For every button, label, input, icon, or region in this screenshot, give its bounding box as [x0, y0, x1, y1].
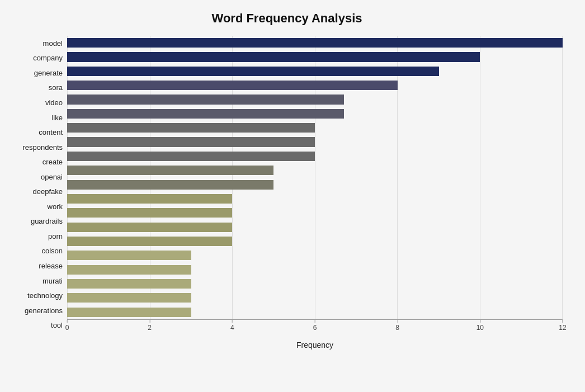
bar-row: [67, 206, 563, 220]
x-tick: 0: [65, 320, 69, 332]
bar: [67, 137, 315, 147]
y-label: video: [45, 99, 63, 106]
bar: [67, 67, 439, 76]
bar: [67, 109, 344, 119]
y-label: respondents: [22, 144, 63, 151]
y-label: technology: [27, 292, 63, 299]
y-label: release: [39, 262, 63, 270]
x-tick-label: 2: [148, 324, 152, 332]
bar-row: [67, 248, 563, 262]
bar-row: [67, 192, 563, 206]
bar-row: [67, 234, 563, 248]
x-axis: 024681012: [67, 319, 563, 336]
bar-row: [67, 50, 563, 64]
bar-row: [67, 64, 563, 78]
x-tick-label: 10: [477, 324, 484, 332]
x-tick: 12: [559, 320, 566, 332]
bar-row: [67, 177, 563, 191]
bar: [67, 38, 563, 48]
bar: [67, 265, 191, 275]
y-label: generations: [25, 307, 63, 314]
x-tick-line: [149, 320, 150, 323]
y-label: company: [33, 54, 63, 62]
y-axis-labels: modelcompanygeneratesoravideolikecontent…: [11, 36, 67, 350]
bar-row: [67, 277, 563, 291]
y-label: model: [43, 40, 63, 47]
y-label: content: [39, 129, 63, 136]
bar: [67, 81, 398, 90]
bar-row: [67, 36, 563, 50]
chart-title: Word Frequency Analysis: [11, 11, 563, 26]
bar: [67, 293, 191, 303]
bar-row: [67, 163, 563, 177]
y-label: murati: [43, 277, 63, 285]
bar: [67, 180, 273, 190]
x-tick-line: [232, 320, 233, 323]
bar-row: [67, 78, 563, 92]
y-label: colson: [41, 247, 63, 254]
bar: [67, 95, 344, 104]
x-tick: 4: [230, 320, 234, 332]
chart-container: Word Frequency Analysis modelcompanygene…: [0, 0, 585, 392]
x-tick-line: [397, 320, 398, 323]
x-tick-label: 8: [395, 324, 399, 332]
bars-wrapper: 024681012: [67, 36, 563, 336]
plot-area: 024681012 Frequency: [67, 36, 563, 350]
bar-row: [67, 305, 563, 319]
x-tick: 8: [395, 320, 399, 332]
x-tick: 10: [477, 320, 484, 332]
bar-row: [67, 135, 563, 149]
y-label: work: [48, 203, 63, 210]
x-tick-line: [67, 320, 68, 323]
y-label: guardrails: [31, 218, 63, 225]
bar-row: [67, 121, 563, 135]
bar-row: [67, 149, 563, 163]
bar: [67, 194, 232, 204]
x-tick: 2: [148, 320, 152, 332]
x-tick-label: 6: [313, 324, 317, 332]
bar-row: [67, 92, 563, 106]
bar-row: [67, 107, 563, 121]
y-label: like: [51, 114, 63, 121]
x-tick-line: [562, 320, 563, 323]
bar: [67, 123, 315, 133]
bar: [67, 308, 191, 317]
y-label: tool: [51, 322, 63, 329]
bar: [67, 251, 191, 260]
x-tick-label: 0: [65, 324, 69, 332]
bar: [67, 279, 191, 289]
bar-row: [67, 220, 563, 234]
x-tick-label: 4: [230, 324, 234, 332]
x-tick-label: 12: [559, 324, 566, 332]
bar: [67, 166, 273, 175]
bar: [67, 223, 232, 232]
bar: [67, 237, 232, 246]
y-label: openai: [41, 173, 63, 181]
x-axis-label: Frequency: [67, 341, 563, 350]
bar-row: [67, 291, 563, 305]
y-label: sora: [49, 84, 63, 91]
chart-area: modelcompanygeneratesoravideolikecontent…: [11, 36, 563, 350]
y-label: deepfake: [33, 188, 63, 195]
y-label: generate: [34, 69, 63, 77]
bar-row: [67, 263, 563, 277]
x-tick-line: [315, 320, 315, 323]
x-tick-line: [480, 320, 480, 323]
y-label: create: [43, 158, 63, 166]
bar: [67, 152, 315, 161]
bar: [67, 208, 232, 218]
y-label: porn: [48, 233, 63, 240]
bar: [67, 52, 480, 62]
x-tick: 6: [313, 320, 317, 332]
